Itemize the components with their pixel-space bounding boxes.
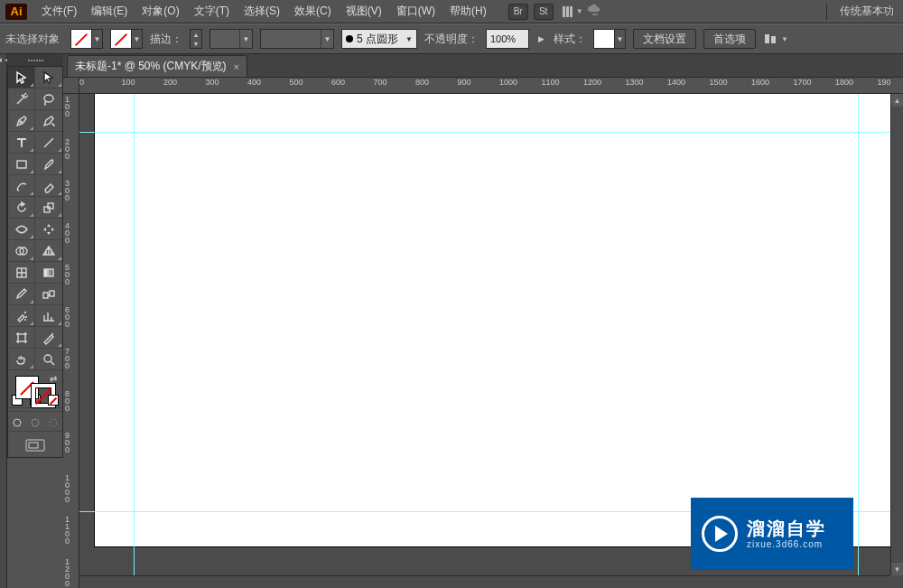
shaper-tool[interactable] (8, 175, 35, 197)
artboard-tool[interactable] (8, 327, 35, 349)
opacity-input[interactable]: 100% (486, 29, 529, 49)
pen-tool[interactable] (8, 110, 35, 132)
draw-inside-icon (48, 417, 59, 428)
type-icon (14, 135, 29, 150)
menu-object[interactable]: 对象(O) (135, 0, 186, 23)
svg-rect-3 (17, 161, 26, 168)
width-tool[interactable] (8, 219, 35, 240)
eyedropper-tool[interactable] (8, 284, 35, 305)
graphic-style-dropdown[interactable]: ▼ (593, 29, 626, 49)
tools-panel-grip[interactable] (7, 54, 63, 67)
paintbrush-tool[interactable] (35, 154, 62, 175)
chevron-down-icon: ▼ (239, 30, 252, 48)
artboard[interactable] (95, 94, 897, 546)
shape-builder-tool[interactable] (8, 240, 35, 262)
app-logo: Ai (5, 4, 27, 20)
ruler-tick: 0 (79, 78, 84, 87)
opacity-flyout-icon[interactable]: ▶ (536, 34, 546, 43)
fill-stroke-control[interactable]: ⇄ (8, 370, 62, 412)
close-tab-button[interactable]: × (234, 61, 239, 72)
menu-window[interactable]: 窗口(W) (389, 0, 442, 23)
guide-vertical[interactable] (134, 94, 135, 588)
menu-file[interactable]: 文件(F) (34, 0, 84, 23)
menu-edit[interactable]: 编辑(E) (84, 0, 135, 23)
symbol-sprayer-tool[interactable] (8, 305, 35, 327)
perspective-grid-tool[interactable] (35, 240, 62, 262)
rectangle-tool[interactable] (8, 154, 35, 175)
menu-help[interactable]: 帮助(H) (442, 0, 494, 23)
variable-width-profile-dropdown[interactable]: ▼ (260, 29, 334, 49)
draw-normal[interactable] (8, 414, 26, 431)
chevron-down-icon: ▼ (131, 30, 142, 48)
ruler-tick: 1100 (65, 516, 70, 545)
eraser-icon (42, 179, 56, 193)
magic-wand-tool[interactable] (8, 89, 35, 110)
lasso-tool[interactable] (35, 89, 62, 110)
brush-definition-dropdown[interactable]: 5 点圆形 ▼ (341, 29, 417, 49)
vertical-ruler[interactable]: 100200300400500600700800900100011001200 (63, 94, 79, 588)
pen-icon (14, 114, 29, 128)
blend-tool[interactable] (35, 284, 62, 305)
stroke-color-control[interactable]: ▼ (110, 29, 143, 49)
direct-selection-tool[interactable] (35, 67, 62, 89)
swap-fill-stroke-icon[interactable]: ⇄ (50, 374, 57, 384)
guide-horizontal[interactable] (79, 132, 903, 133)
ruler-origin[interactable] (63, 78, 79, 94)
curvature-tool[interactable] (35, 110, 62, 132)
guide-vertical[interactable] (858, 94, 859, 588)
gradient-icon (42, 266, 56, 280)
align-icon (763, 32, 777, 46)
free-transform-tool[interactable] (35, 219, 62, 240)
stroke-weight-stepper[interactable]: ▲ ▼ (190, 29, 202, 49)
column-graph-tool[interactable] (35, 305, 62, 327)
preferences-button[interactable]: 首选项 (703, 29, 756, 49)
sync-settings-button[interactable] (587, 3, 601, 20)
draw-behind[interactable] (26, 414, 44, 431)
screen-mode-button[interactable] (8, 435, 62, 455)
rectangle-icon (14, 157, 29, 172)
hand-tool[interactable] (8, 349, 35, 370)
arrange-documents-button[interactable]: ▼ (559, 5, 587, 19)
zoom-tool[interactable] (35, 349, 62, 370)
eyedropper-icon (14, 287, 29, 302)
line-segment-tool[interactable] (35, 132, 62, 154)
bridge-button[interactable]: Br (508, 4, 528, 20)
menu-effect[interactable]: 效果(C) (287, 0, 339, 23)
horizontal-scrollbar[interactable] (79, 575, 890, 588)
line-icon (42, 135, 56, 150)
zoom-icon (42, 352, 56, 367)
gradient-tool[interactable] (35, 262, 62, 284)
menu-type[interactable]: 文字(T) (187, 0, 237, 23)
chevron-down-icon: ▼ (614, 30, 625, 48)
rotate-tool[interactable] (8, 197, 35, 219)
document-setup-button[interactable]: 文档设置 (633, 29, 696, 49)
svg-point-16 (14, 419, 21, 426)
stroke-weight-label: 描边： (150, 32, 182, 47)
scroll-up-icon[interactable]: ▲ (891, 94, 903, 107)
mesh-tool[interactable] (8, 262, 35, 284)
selection-tool[interactable] (8, 67, 35, 89)
stepper-up-icon: ▲ (191, 30, 201, 39)
document-tab-strip: 未标题-1* @ 50% (CMYK/预览) × (63, 54, 903, 78)
eraser-tool[interactable] (35, 175, 62, 197)
menu-view[interactable]: 视图(V) (339, 0, 389, 23)
align-panel-button[interactable]: ▼ (763, 32, 788, 46)
fill-color-control[interactable]: ▼ (70, 29, 103, 49)
brush-value: 5 点圆形 (357, 32, 398, 47)
slice-tool[interactable] (35, 327, 62, 349)
options-bar: 未选择对象 ▼ ▼ 描边： ▲ ▼ ▼ ▼ 5 点圆形 ▼ 不透明度： 100%… (0, 23, 903, 54)
vertical-scrollbar[interactable]: ▲ ▼ (890, 94, 903, 575)
stepper-down-icon: ▼ (191, 39, 201, 48)
scale-tool[interactable] (35, 197, 62, 219)
stroke-weight-dropdown[interactable]: ▼ (209, 29, 253, 49)
type-tool[interactable] (8, 132, 35, 154)
draw-inside[interactable] (44, 414, 62, 431)
menu-select[interactable]: 选择(S) (237, 0, 287, 23)
document-tab[interactable]: 未标题-1* @ 50% (CMYK/预览) × (67, 55, 247, 77)
scroll-down-icon[interactable]: ▼ (891, 563, 903, 575)
ruler-tick: 1500 (710, 78, 728, 87)
panel-collapse-handle[interactable]: ◄◄ (0, 54, 7, 588)
stock-button[interactable]: St (534, 4, 554, 20)
horizontal-ruler[interactable]: 0100200300400500600700800900100011001200… (79, 78, 903, 94)
workspace-switcher[interactable]: 传统基本功 (840, 4, 898, 19)
